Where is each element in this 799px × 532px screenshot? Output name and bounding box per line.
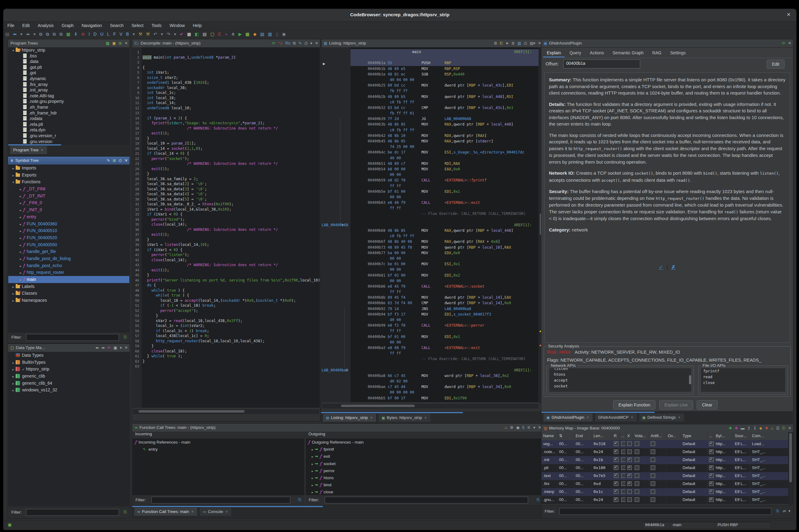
permission-checkbox[interactable] (635, 450, 639, 454)
symbol-filter-config-icon[interactable]: ⎘ (124, 335, 127, 340)
feedback-reject-icon[interactable]: ✗ (671, 264, 675, 270)
permission-checkbox[interactable] (614, 466, 618, 470)
listing-row[interactable]: 00400b63e8 48 f9CALL<EXTERNAL>::exit (322, 200, 539, 205)
dtm-refresh-icon[interactable]: ⟳ (108, 346, 111, 350)
listing-row[interactable]: 00400bb5bf 90 1fMOVEDI,0x1f90 (322, 395, 539, 401)
listing-row[interactable]: 00400b3b48 8b 85MOVRAX,qword ptr [RBP + … (322, 121, 539, 127)
symbol-tree-item-Exports[interactable]: ▸Exports (8, 172, 129, 179)
decompile-line[interactable]: 55 local_1c = (int)sVar2; (132, 323, 320, 328)
datatype-tree-item-windows_vs12_32[interactable]: ▸windows_vs12_32 (8, 386, 129, 394)
listing-row[interactable]: 00 00 (322, 278, 539, 284)
symbol-table-icon[interactable]: ⍜ (274, 31, 280, 37)
listing-row[interactable]: 00400b86e8 45 f9CALL<EXTERNAL>::socket (322, 284, 539, 289)
feedback-accept-icon[interactable]: ✓ (659, 264, 663, 270)
listing-row[interactable]: 00400b7cbe 01 00MOVESI,0x1 (322, 261, 539, 267)
symbol-edit-icon[interactable]: ✎ (107, 158, 110, 163)
console-tool-icon[interactable]: ▤ (201, 31, 209, 37)
permission-checkbox[interactable] (614, 489, 618, 494)
outgoing-root[interactable]: ƒOutgoing References - main (306, 439, 543, 446)
program-export-icon[interactable]: ⧉ (58, 31, 64, 37)
listing-row[interactable]: fb ff ff (322, 88, 539, 94)
listing-row[interactable]: LAB_00400b68XREF[1]: (322, 222, 539, 228)
api-item[interactable]: listen (552, 368, 691, 372)
symbol-tree-item-main[interactable]: ▸ƒmain (8, 276, 129, 283)
nav-back-dropdown[interactable]: ▾ (18, 31, 24, 37)
memory-map-row[interactable]: .plt00...00...0x180Defaulthttp...Elf L..… (542, 464, 788, 472)
listing-row[interactable]: 00400b1e48 81 ecSUBRSP,0x440 (322, 72, 539, 77)
decompile-line[interactable]: 51 if (-1 < local_18) break; (132, 303, 320, 308)
menu-file[interactable]: File (3, 21, 18, 28)
decompile-line[interactable]: 32 iVar1 = bind(local_14,&local_38,0x10)… (132, 207, 320, 212)
ghidrassist-tab-explain[interactable]: Explain (542, 49, 565, 57)
program-tree-item-.note.gnu.property[interactable]: .note.gnu.property (8, 98, 129, 104)
data-icon[interactable]: D (92, 31, 98, 37)
program-tree-item-httpsrv_strip[interactable]: ▾◢httpsrv_strip (8, 47, 129, 53)
api-item[interactable]: accept (552, 377, 691, 383)
symbol-tree-item-Functions[interactable]: ▾ƒFunctions (8, 178, 129, 185)
mm-menu-icon[interactable]: ☰ (776, 426, 779, 431)
clear-button[interactable]: Clear (697, 400, 717, 410)
decompile-edit-icon[interactable]: ✎ (299, 41, 302, 45)
permission-checkbox[interactable] (651, 450, 655, 454)
undo-dropdown[interactable]: ▾ (159, 31, 165, 37)
listing-row[interactable]: 00400b4cbe dc 17MOVESI,s_Usage:_%s_<dire… (322, 150, 539, 155)
decompile-line[interactable]: 35 close(local_14); (132, 222, 320, 227)
decompile-line[interactable]: 9 int local_1c; (132, 90, 320, 95)
mm-home-icon[interactable]: ⌂ (771, 426, 774, 431)
symbol-tree-item-http_request_router[interactable]: ▸ƒhttp_request_router (8, 269, 129, 276)
decompile-line[interactable]: 22 perror("socket"); (132, 156, 320, 162)
decompile-line[interactable]: 58 http_request_router(local_18,local_10… (132, 339, 320, 344)
dtm-filter-config-icon[interactable]: ⎘ (124, 510, 127, 514)
decompile-menu-icon[interactable]: ▾ (310, 41, 312, 45)
decompile-camera-icon[interactable]: ⎙ (304, 41, 308, 45)
decompile-line[interactable]: 53 } (132, 313, 320, 318)
listing-row[interactable]: 00400b54b8 00 00MOVEAX,0x0 (322, 166, 539, 172)
mm-filter-config-icon[interactable]: ⇌ (783, 509, 786, 513)
decompile-line[interactable]: 5 int iVar1; (132, 70, 320, 75)
memory-map-row[interactable]: .note...00...00...0x24Defaulthttp...Elf … (542, 448, 788, 456)
program-tree-item-.got.plt[interactable]: .got.plt (8, 64, 129, 70)
dtm-filter-input[interactable] (26, 509, 119, 516)
listing-row[interactable]: 00400b1b48 89 e5MOVRBP,RSP (322, 66, 539, 72)
datatypes-tool-icon[interactable]: ▢ (209, 31, 216, 37)
mm-vscrollbar[interactable] (788, 432, 793, 505)
permission-checkbox[interactable] (627, 457, 632, 462)
fct-menu-icon[interactable]: ▾ (533, 425, 535, 430)
permission-checkbox[interactable] (709, 473, 713, 478)
listing-row[interactable]: -- Flow Override: CALL_RETURN (CALL_TERM… (322, 211, 539, 216)
symbol-tree-item-FUN_00400360[interactable]: ▸ƒFUN_00400360 (8, 221, 129, 227)
permission-checkbox[interactable] (709, 497, 713, 502)
listing-diff-icon[interactable]: ▥ (518, 41, 521, 45)
listing-row[interactable]: 00400b94bf f3 17MOVEDI,s_socket_004017f3 (322, 311, 539, 317)
listing-row[interactable]: 00 00 (322, 194, 539, 200)
menu-select[interactable]: Select (128, 21, 147, 28)
decompile-line[interactable]: 26 local_38.sa_family = 2; (132, 176, 320, 182)
program-tree-item-.dynamic[interactable]: .dynamic (8, 76, 129, 82)
symbol-tree-tool-icon[interactable]: ⋔ (229, 31, 237, 37)
permission-checkbox[interactable] (651, 489, 655, 494)
mm-up-icon[interactable]: ↥ (747, 426, 750, 431)
listing-row[interactable]: 74 25 00 00 (322, 144, 539, 150)
decompile-line[interactable]: 49 while( true ) { (132, 293, 320, 298)
tab-ghidrassistmcp[interactable]: GhidrAssistMCP× (595, 414, 637, 421)
mm-down-icon[interactable]: ↧ (753, 426, 756, 431)
decompile-line[interactable]: 24 exit(1); (132, 166, 320, 172)
symbol-tree-item-FUN_00400520[interactable]: ▸ƒFUN_00400520 (8, 234, 129, 241)
permission-checkbox[interactable] (627, 481, 632, 486)
symbol-tree-item-handle_post_echo[interactable]: ▸ƒhandle_post_echo (8, 262, 129, 269)
outgoing-item-socket[interactable]: ▸➥ƒsocket (306, 460, 543, 467)
outgoing-item-bind[interactable]: ▸➥ƒbind (306, 481, 543, 489)
decompile-line[interactable]: 13 (132, 111, 320, 116)
tab-bytes--httpsrv-strip[interactable]: ▦Bytes: httpsrv_strip× (378, 414, 430, 422)
diamond-tool-icon[interactable]: ◆ (251, 31, 258, 37)
memory-map-tool-icon[interactable]: ▦ (64, 31, 72, 37)
permission-checkbox[interactable] (627, 441, 632, 446)
script-manager-icon[interactable]: ⌁ (223, 31, 229, 37)
snapshot2-icon[interactable]: ⚒ (144, 31, 152, 37)
api-item[interactable]: read (701, 374, 785, 380)
permission-checkbox[interactable] (709, 457, 713, 462)
decompile-line[interactable]: 7 undefined1 local_438 [1024]; (132, 80, 320, 86)
decompile-line[interactable]: 11 int local_14; (132, 100, 320, 106)
permission-checkbox[interactable] (651, 473, 655, 478)
decompile-line[interactable]: 37 exit(1); (132, 232, 320, 237)
